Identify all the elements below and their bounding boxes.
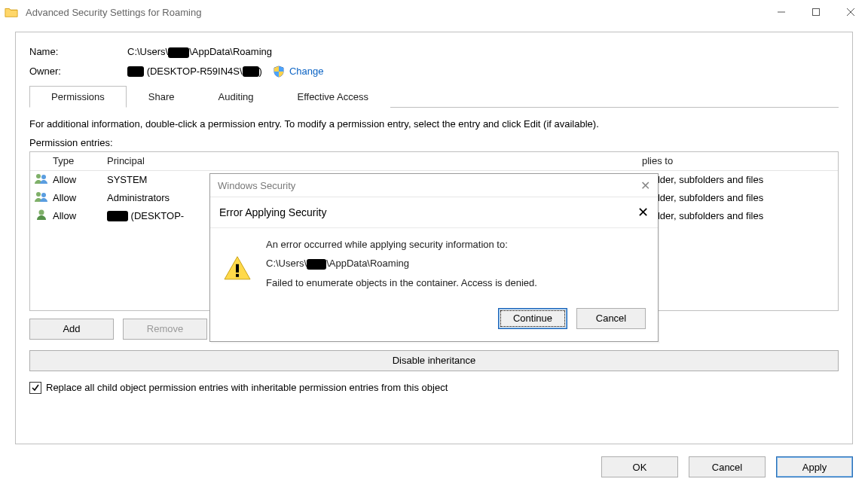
security-path: C:\Users\\AppData\Roaming <box>266 258 537 270</box>
advanced-security-window: Advanced Security Settings for Roaming N… <box>0 0 868 488</box>
cancel-button[interactable]: Cancel <box>689 456 766 477</box>
owner-row: Owner: (DESKTOP-R59IN4S\) Change <box>29 66 839 78</box>
security-line1: An error occurred while applying securit… <box>266 239 537 250</box>
shield-icon <box>273 66 285 78</box>
owner-value: (DESKTOP-R59IN4S\) <box>127 66 262 78</box>
maximize-button[interactable] <box>799 0 833 24</box>
windows-security-dialog: Windows Security ✕ Error Applying Securi… <box>209 173 659 342</box>
entries-label: Permission entries: <box>29 137 839 148</box>
security-title: Windows Security <box>218 180 295 191</box>
svg-rect-1 <box>813 9 820 16</box>
window-title: Advanced Security Settings for Roaming <box>26 7 201 18</box>
replace-checkbox-row[interactable]: Replace all child object permission entr… <box>29 382 839 394</box>
warning-icon <box>222 242 252 296</box>
tab-auditing[interactable]: Auditing <box>197 86 276 108</box>
change-owner-link[interactable]: Change <box>289 66 324 77</box>
tab-permissions[interactable]: Permissions <box>29 86 127 108</box>
svg-point-8 <box>39 210 44 215</box>
col-type[interactable]: Type <box>51 155 107 166</box>
tab-effective-access[interactable]: Effective Access <box>275 86 390 108</box>
minimize-button[interactable] <box>764 0 799 24</box>
dialog-footer: OK Cancel Apply <box>601 456 853 477</box>
redacted-icon <box>127 66 144 77</box>
ok-button[interactable]: OK <box>601 456 678 477</box>
close-icon[interactable]: ✕ <box>640 178 650 193</box>
security-titlebar: Windows Security ✕ <box>210 174 658 197</box>
tabs: Permissions Share Auditing Effective Acc… <box>29 85 839 108</box>
info-text: For additional information, double-click… <box>29 118 839 130</box>
redacted-icon <box>107 211 128 221</box>
disable-inheritance-button[interactable]: Disable inheritance <box>29 350 839 371</box>
user-icon <box>33 209 50 221</box>
users-icon <box>33 172 50 185</box>
checkbox-icon[interactable] <box>29 382 41 394</box>
security-footer: Continue Cancel <box>210 302 658 341</box>
remove-button[interactable]: Remove <box>123 319 207 340</box>
svg-point-7 <box>41 193 46 197</box>
security-header: Error Applying Security ✕ <box>210 197 658 228</box>
name-row: Name: C:\Users\\AppData\Roaming <box>29 46 839 58</box>
svg-rect-10 <box>236 274 239 277</box>
replace-checkbox-label: Replace all child object permission entr… <box>46 382 448 393</box>
folder-icon <box>5 6 18 18</box>
svg-point-5 <box>41 175 46 179</box>
continue-button[interactable]: Continue <box>498 308 567 329</box>
svg-point-4 <box>36 174 41 178</box>
col-applies[interactable]: plies to <box>642 155 838 166</box>
add-button[interactable]: Add <box>29 319 114 340</box>
titlebar: Advanced Security Settings for Roaming <box>0 0 868 24</box>
users-icon <box>33 191 50 203</box>
apply-button[interactable]: Apply <box>776 456 853 477</box>
redacted-icon <box>243 66 259 77</box>
security-subtitle: Error Applying Security <box>219 206 326 218</box>
redacted-icon <box>307 259 326 270</box>
security-message: An error occurred while applying securit… <box>266 239 537 296</box>
name-value: C:\Users\\AppData\Roaming <box>127 46 272 58</box>
close-button[interactable] <box>833 0 868 24</box>
svg-point-6 <box>36 192 41 197</box>
name-label: Name: <box>29 46 127 57</box>
close-icon[interactable]: ✕ <box>637 204 649 221</box>
tab-share[interactable]: Share <box>127 86 197 108</box>
owner-label: Owner: <box>29 66 127 77</box>
svg-rect-9 <box>236 264 239 273</box>
redacted-icon <box>168 47 189 58</box>
entries-header: Type Principal plies to <box>30 152 838 171</box>
col-principal[interactable]: Principal <box>107 155 235 166</box>
cancel-button[interactable]: Cancel <box>576 308 646 329</box>
security-line3: Failed to enumerate objects in the conta… <box>266 277 537 288</box>
